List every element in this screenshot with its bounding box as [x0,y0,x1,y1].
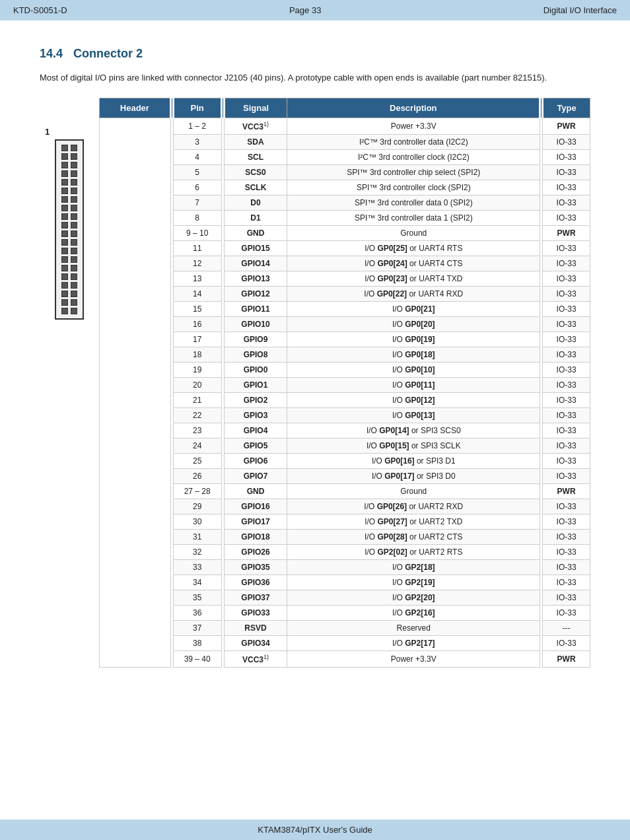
pin [71,188,77,194]
type-cell: IO-33 [543,453,590,468]
pin [61,222,68,228]
desc-cell: I/O GP0[21] [287,301,540,316]
table-row: 17GPIO9I/O GP0[19]IO-33 [100,332,590,347]
signal-cell: GPIO36 [224,575,287,590]
pin [71,153,77,160]
type-cell: IO-33 [543,468,590,483]
table-row: 21GPIO2I/O GP0[12]IO-33 [100,392,590,407]
pin-cell: 26 [173,468,221,483]
signal-cell: GPIO8 [224,347,287,362]
signal-cell: GPIO0 [224,362,287,377]
desc-cell: I/O GP2[20] [287,590,540,605]
signal-cell: VCC31) [224,650,287,667]
desc-cell: Power +3.3V [287,118,540,134]
pin [71,248,77,254]
pin [61,299,68,306]
pin [61,205,68,211]
pin [61,179,68,186]
desc-cell: I/O GP2[17] [287,635,540,650]
type-cell: PWR [543,483,590,499]
type-cell: IO-33 [543,529,590,544]
table-container: 1 Header Pin Signal Description Type [40,98,590,668]
pin-cell: 8 [173,210,221,225]
signal-cell: GPIO37 [224,590,287,605]
type-cell: IO-33 [543,559,590,575]
type-cell: IO-33 [543,438,590,453]
pin-cell: 31 [173,529,221,544]
signal-cell: GPIO1 [224,377,287,392]
th-description: Description [287,98,540,118]
pin-cell: 33 [173,559,221,575]
table-row: 26GPIO7I/O GP0[17] or SPI3 D0IO-33 [100,468,590,483]
table-row: 14GPIO12I/O GP0[22] or UART4 RXDIO-33 [100,286,590,301]
type-cell: IO-33 [543,590,590,605]
pin-row [61,239,77,246]
table-row: 30GPIO17I/O GP0[27] or UART2 TXDIO-33 [100,514,590,529]
pin [71,205,77,211]
table-row: 32GPIO26I/O GP2[02] or UART2 RTSIO-33 [100,544,590,559]
data-table: Header Pin Signal Description Type 1 – 2… [99,98,590,668]
pin [61,308,68,314]
pin [71,222,77,228]
pin [71,265,77,271]
desc-cell: I/O GP0[16] or SPI3 D1 [287,453,540,468]
table-row: 1 – 2VCC31)Power +3.3VPWR [100,118,590,134]
pin-row [61,153,77,160]
table-row: 9 – 10GNDGroundPWR [100,225,590,240]
type-cell: IO-33 [543,332,590,347]
pin-cell: 24 [173,438,221,453]
connector-label: 1 [45,127,50,137]
pin-cell: 25 [173,453,221,468]
type-cell: IO-33 [543,256,590,271]
desc-cell: I/O GP0[24] or UART4 CTS [287,256,540,271]
signal-cell: GPIO3 [224,407,287,423]
pin [71,308,77,314]
signal-cell: GPIO13 [224,271,287,286]
desc-cell: SPI™ 3rd controller chip select (SPI2) [287,164,540,180]
desc-cell: I/O GP0[22] or UART4 RXD [287,286,540,301]
type-cell: IO-33 [543,362,590,377]
pin-row [61,265,77,271]
desc-cell: I/O GP0[28] or UART2 CTS [287,529,540,544]
main-content: 14.4 Connector 2 Most of digital I/O pin… [0,20,630,720]
section-title: Connector 2 [73,47,143,61]
desc-cell: I²C™ 3rd controller clock (I2C2) [287,149,540,164]
footer-text: KTAM3874/pITX User's Guide [258,825,372,835]
pin-cell: 18 [173,347,221,362]
pin-cell: 27 – 28 [173,483,221,499]
table-row: 6SCLKSPI™ 3rd controller clock (SPI2)IO-… [100,180,590,195]
signal-cell: GPIO18 [224,529,287,544]
pin-cell: 12 [173,256,221,271]
pin-cell: 20 [173,377,221,392]
desc-cell: I/O GP0[23] or UART4 TXD [287,271,540,286]
type-cell: IO-33 [543,423,590,438]
type-cell: IO-33 [543,149,590,164]
signal-cell: SCL [224,149,287,164]
desc-cell: I/O GP2[16] [287,605,540,620]
signal-cell: GPIO11 [224,301,287,316]
pin-row [61,256,77,263]
pin [61,248,68,254]
pin-cell: 30 [173,514,221,529]
pin-row [61,282,77,289]
desc-cell: I/O GP0[13] [287,407,540,423]
pin-row [61,170,77,177]
type-cell: IO-33 [543,499,590,514]
desc-cell: I/O GP0[19] [287,332,540,347]
desc-cell: I/O GP2[19] [287,575,540,590]
page-footer: KTAM3874/pITX User's Guide [0,820,630,840]
pin [61,291,68,297]
type-cell: IO-33 [543,286,590,301]
pin-cell: 17 [173,332,221,347]
pin [71,145,77,151]
connector-body [55,139,84,320]
pin [71,196,77,203]
header-left: KTD-S0051-D [13,5,67,15]
pin-row [61,145,77,151]
desc-cell: I/O GP0[20] [287,316,540,332]
pin-cell: 1 – 2 [173,118,221,134]
signal-cell: SCLK [224,180,287,195]
signal-cell: VCC31) [224,118,287,134]
type-cell: IO-33 [543,392,590,407]
pin [71,273,77,280]
